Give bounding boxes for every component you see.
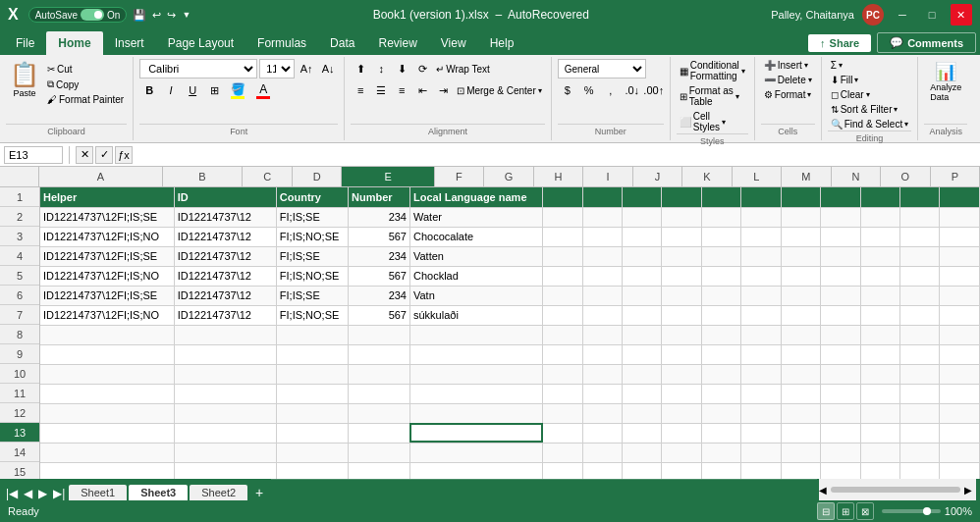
row-header-4[interactable]: 4: [0, 246, 39, 266]
fill-button[interactable]: ⬇ Fill ▾: [828, 74, 911, 86]
cell-a6[interactable]: ID12214737\12FI;IS;SE: [40, 286, 174, 305]
tab-view[interactable]: View: [429, 31, 478, 55]
orientation-button[interactable]: ⟳: [412, 59, 432, 78]
decrease-font-button[interactable]: A↓: [318, 59, 338, 78]
cell-a12[interactable]: [40, 403, 174, 423]
col-header-p[interactable]: P: [931, 167, 980, 186]
row-header-11[interactable]: 11: [0, 384, 39, 403]
cell-a8[interactable]: [40, 325, 174, 344]
cell-a4[interactable]: ID12214737\12FI;IS;SE: [40, 246, 174, 266]
number-format-select[interactable]: General: [558, 59, 646, 78]
cell-c1[interactable]: Country: [276, 187, 348, 207]
sheet-tab-sheet1[interactable]: Sheet1: [69, 485, 127, 500]
cell-b4[interactable]: ID12214737\12: [174, 246, 276, 266]
scroll-right-button[interactable]: ▶: [964, 485, 972, 496]
cell-m1[interactable]: [821, 187, 860, 207]
normal-view-button[interactable]: ⊟: [817, 502, 835, 520]
clear-button[interactable]: ◻ Clear ▾: [828, 88, 911, 101]
align-center-button[interactable]: ☰: [371, 80, 391, 100]
name-box[interactable]: [4, 146, 63, 164]
minimize-button[interactable]: ─: [892, 4, 913, 26]
col-header-h[interactable]: H: [534, 167, 583, 186]
percent-button[interactable]: %: [579, 80, 599, 100]
cell-d4[interactable]: 234: [349, 246, 410, 266]
cell-p1[interactable]: [940, 187, 980, 207]
tab-file[interactable]: File: [4, 31, 46, 55]
scroll-left-button[interactable]: ◀: [819, 485, 827, 496]
col-header-k[interactable]: K: [682, 167, 732, 186]
cell-d13[interactable]: [349, 423, 410, 443]
row-header-13[interactable]: 13: [0, 423, 39, 443]
cell-p2[interactable]: [940, 207, 980, 227]
font-color-button[interactable]: A: [251, 82, 275, 99]
cell-e5[interactable]: Chocklad: [409, 266, 542, 286]
cell-g1[interactable]: [582, 187, 622, 207]
decrease-decimal-button[interactable]: .0↓: [623, 80, 642, 100]
cell-e4[interactable]: Vatten: [409, 246, 542, 266]
row-header-6[interactable]: 6: [0, 286, 39, 305]
border-button[interactable]: ⊞: [204, 80, 224, 100]
paste-button[interactable]: 📋 Paste: [6, 59, 43, 106]
autosum-button[interactable]: Σ ▾: [828, 59, 911, 72]
sheet-nav-first[interactable]: |◀: [4, 487, 20, 500]
cell-d6[interactable]: 234: [349, 286, 410, 305]
autosave-switch[interactable]: [81, 9, 104, 21]
col-header-l[interactable]: L: [733, 167, 782, 186]
align-bottom-button[interactable]: ⬇: [392, 59, 411, 78]
cell-k2[interactable]: [741, 207, 781, 227]
cell-a13[interactable]: [40, 423, 174, 443]
row-header-1[interactable]: 1: [0, 187, 39, 207]
cell-e3[interactable]: Chococalate: [409, 227, 542, 246]
cell-f3[interactable]: [543, 227, 582, 246]
align-left-button[interactable]: ≡: [351, 80, 370, 100]
cell-a3[interactable]: ID12214737\12FI;IS;NO: [40, 227, 174, 246]
cell-b7[interactable]: ID12214737\12: [174, 305, 276, 325]
cell-c6[interactable]: FI;IS;SE: [276, 286, 348, 305]
share-button[interactable]: ↑ Share: [808, 34, 871, 52]
cell-e7[interactable]: súkkulaði: [409, 305, 542, 325]
row-header-3[interactable]: 3: [0, 227, 39, 246]
cell-c13[interactable]: [276, 423, 348, 443]
tab-help[interactable]: Help: [478, 31, 526, 55]
tab-review[interactable]: Review: [366, 31, 428, 55]
col-header-o[interactable]: O: [881, 167, 930, 186]
cell-b1[interactable]: ID: [174, 187, 276, 207]
tab-page-layout[interactable]: Page Layout: [156, 31, 245, 55]
copy-button[interactable]: ⧉ Copy: [44, 78, 127, 91]
sheet-nav-next[interactable]: ▶: [36, 487, 49, 500]
cell-d7[interactable]: 567: [349, 305, 410, 325]
decrease-indent-button[interactable]: ⇤: [412, 80, 432, 100]
sort-filter-button[interactable]: ⇅ Sort & Filter ▾: [828, 103, 911, 116]
save-icon[interactable]: 💾: [133, 9, 146, 22]
cell-a9[interactable]: [40, 344, 174, 364]
analyze-data-button[interactable]: 📊 AnalyzeData: [924, 59, 967, 106]
cell-i2[interactable]: [662, 207, 701, 227]
cell-b5[interactable]: ID12214737\12: [174, 266, 276, 286]
cell-e13[interactable]: [409, 423, 542, 443]
tab-home[interactable]: Home: [46, 31, 102, 55]
cell-b13[interactable]: [174, 423, 276, 443]
autosave-toggle[interactable]: AutoSave On: [28, 7, 128, 23]
cell-f2[interactable]: [543, 207, 582, 227]
tab-formulas[interactable]: Formulas: [245, 31, 318, 55]
sheet-tab-sheet2[interactable]: Sheet2: [190, 485, 247, 500]
tab-insert[interactable]: Insert: [103, 31, 156, 55]
cell-d5[interactable]: 567: [349, 266, 410, 286]
row-header-10[interactable]: 10: [0, 364, 39, 384]
tab-data[interactable]: Data: [318, 31, 366, 55]
zoom-slider[interactable]: [882, 509, 941, 513]
col-header-m[interactable]: M: [782, 167, 831, 186]
font-size-select[interactable]: 11: [259, 59, 295, 78]
cell-o1[interactable]: [900, 187, 940, 207]
page-layout-view-button[interactable]: ⊞: [837, 502, 854, 520]
align-top-button[interactable]: ⬆: [351, 59, 370, 78]
cell-c3[interactable]: FI;IS;NO;SE: [276, 227, 348, 246]
cell-j1[interactable]: [701, 187, 740, 207]
cell-l2[interactable]: [781, 207, 820, 227]
cell-m2[interactable]: [821, 207, 860, 227]
sheet-tab-sheet3[interactable]: Sheet3: [129, 485, 188, 500]
insert-button[interactable]: ➕ Insert ▾: [761, 59, 815, 72]
underline-button[interactable]: U: [183, 80, 202, 100]
col-header-j[interactable]: J: [633, 167, 682, 186]
cell-b2[interactable]: ID12214737\12: [174, 207, 276, 227]
